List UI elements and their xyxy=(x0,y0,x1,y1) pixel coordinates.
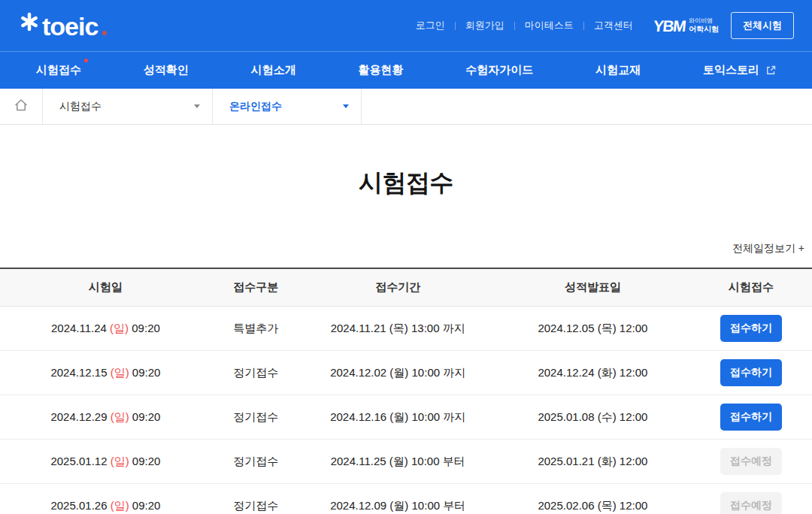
breadcrumb-select-level2[interactable]: 온라인접수 xyxy=(213,89,362,124)
table-row: 2024.12.15 (일) 09:20 정기접수 2024.12.02 (월)… xyxy=(0,351,812,395)
date-time: 09:20 xyxy=(129,322,160,334)
nav-label: 활용현황 xyxy=(358,63,403,77)
exam-date-cell: 2024.12.29 (일) 09:20 xyxy=(0,410,211,425)
nav-label: 시험소개 xyxy=(251,63,296,77)
header-utilities: 로그인 회원가입 마이테스트 고객센터 YBM 와이비엠 어학시험 전체시험 xyxy=(406,12,794,39)
register-scheduled-button: 접수예정 xyxy=(720,448,782,475)
customer-center-link[interactable]: 고객센터 xyxy=(584,19,643,32)
date-time: 09:20 xyxy=(129,366,161,379)
date-text: 2025.01.26 xyxy=(50,499,110,512)
action-cell: 접수예정 xyxy=(690,448,812,475)
top-header: toeic 로그인 회원가입 마이테스트 고객센터 YBM 와이비엠 어학시험 … xyxy=(0,0,812,51)
register-period-cell: 2024.11.25 (월) 10:00 부터 xyxy=(301,455,495,469)
breadcrumb-level1-label: 시험접수 xyxy=(59,100,102,113)
login-link[interactable]: 로그인 xyxy=(406,19,455,32)
register-period-cell: 2024.12.02 (월) 10:00 까지 xyxy=(301,366,495,380)
asterisk-icon xyxy=(20,12,39,35)
result-date-cell: 2024.12.05 (목) 12:00 xyxy=(495,322,690,336)
exam-date-cell: 2024.11.24 (일) 09:20 xyxy=(0,322,211,336)
date-text: 2024.12.29 xyxy=(50,410,110,423)
nav-item-usage-status[interactable]: 활용현황 xyxy=(358,63,403,77)
date-text: 2024.11.24 xyxy=(51,322,110,334)
logo-text: toeic xyxy=(42,14,98,39)
table-row: 2025.01.12 (일) 09:20 정기접수 2024.11.25 (월)… xyxy=(0,440,812,484)
exam-date-cell: 2025.01.12 (일) 09:20 xyxy=(0,455,211,469)
new-badge-dot xyxy=(84,59,88,62)
date-time: 09:20 xyxy=(129,410,161,423)
table-row: 2024.11.24 (일) 09:20 특별추가 2024.11.21 (목)… xyxy=(0,307,812,351)
nav-label: 시험교재 xyxy=(595,63,641,77)
register-type-cell: 정기접수 xyxy=(211,455,301,469)
nav-item-examinee-guide[interactable]: 수험자가이드 xyxy=(465,63,533,77)
home-button[interactable] xyxy=(0,89,43,124)
register-type-cell: 특별추가 xyxy=(211,322,301,336)
toeic-logo[interactable]: toeic xyxy=(20,12,107,39)
ybm-line2: 어학시험 xyxy=(689,25,719,35)
breadcrumb: 시험접수 온라인접수 xyxy=(0,89,812,125)
register-button[interactable]: 접수하기 xyxy=(720,359,782,386)
view-all-schedule-link[interactable]: 전체일정보기 + xyxy=(732,242,804,254)
nav-item-exam-books[interactable]: 시험교재 xyxy=(595,63,641,77)
exam-schedule-table: 시험일 접수구분 접수기간 성적발표일 시험접수 2024.11.24 (일) … xyxy=(0,268,812,514)
date-time: 09:20 xyxy=(129,455,161,467)
action-cell: 접수예정 xyxy=(690,492,812,514)
date-weekday: (일) xyxy=(111,455,129,467)
action-cell: 접수하기 xyxy=(690,404,812,431)
register-type-cell: 정기접수 xyxy=(211,410,301,425)
nav-label: 토익스토리 xyxy=(703,63,759,77)
home-icon xyxy=(14,98,29,116)
nav-item-toeic-story[interactable]: 토익스토리 xyxy=(703,63,776,77)
mytest-link[interactable]: 마이테스트 xyxy=(515,19,583,32)
nav-label: 수험자가이드 xyxy=(465,63,533,77)
register-period-cell: 2024.12.16 (월) 10:00 까지 xyxy=(301,410,495,425)
exam-date-cell: 2025.01.26 (일) 09:20 xyxy=(0,499,211,513)
breadcrumb-select-level1[interactable]: 시험접수 xyxy=(43,89,213,124)
register-button[interactable]: 접수하기 xyxy=(720,315,782,342)
register-period-cell: 2024.11.21 (목) 13:00 까지 xyxy=(301,322,495,336)
nav-label: 성적확인 xyxy=(144,63,189,77)
result-date-cell: 2025.01.21 (화) 12:00 xyxy=(495,455,690,469)
col-header-exam-date: 시험일 xyxy=(0,280,211,295)
result-date-cell: 2025.01.08 (수) 12:00 xyxy=(495,410,690,425)
table-header-row: 시험일 접수구분 접수기간 성적발표일 시험접수 xyxy=(0,269,812,307)
register-type-cell: 정기접수 xyxy=(211,499,301,513)
col-header-result-date: 성적발표일 xyxy=(495,280,690,295)
nav-label: 시험접수 xyxy=(36,63,81,77)
date-weekday: (일) xyxy=(111,366,129,379)
register-type-cell: 정기접수 xyxy=(211,366,301,380)
main-nav: 시험접수 성적확인 시험소개 활용현황 수험자가이드 시험교재 토익스토리 xyxy=(0,51,812,89)
utility-links: 로그인 회원가입 마이테스트 고객센터 xyxy=(406,19,643,32)
date-weekday: (일) xyxy=(110,322,129,334)
ybm-mark: YBM xyxy=(653,18,686,34)
ybm-logo-text: 와이비엠 어학시험 xyxy=(689,17,719,35)
date-text: 2025.01.12 xyxy=(50,455,110,467)
col-header-register-period: 접수기간 xyxy=(301,280,495,295)
ybm-line1: 와이비엠 xyxy=(689,17,719,25)
result-date-cell: 2024.12.24 (화) 12:00 xyxy=(495,366,690,380)
register-period-cell: 2024.12.09 (월) 10:00 부터 xyxy=(301,499,495,513)
chevron-down-icon xyxy=(194,104,200,108)
date-weekday: (일) xyxy=(111,410,129,423)
chevron-down-icon xyxy=(343,104,349,108)
schedule-link-row: 전체일정보기 + xyxy=(8,241,804,255)
exam-date-cell: 2024.12.15 (일) 09:20 xyxy=(0,366,211,380)
page-title: 시험접수 xyxy=(0,166,812,199)
table-row: 2024.12.29 (일) 09:20 정기접수 2024.12.16 (월)… xyxy=(0,395,812,440)
logo-dot xyxy=(102,31,107,35)
ybm-logo[interactable]: YBM 와이비엠 어학시험 xyxy=(653,17,719,35)
action-cell: 접수하기 xyxy=(690,315,812,342)
nav-item-score-check[interactable]: 성적확인 xyxy=(144,63,189,77)
breadcrumb-level2-label: 온라인접수 xyxy=(229,100,282,113)
all-tests-button[interactable]: 전체시험 xyxy=(731,12,794,39)
nav-item-exam-intro[interactable]: 시험소개 xyxy=(251,63,296,77)
nav-item-exam-register[interactable]: 시험접수 xyxy=(36,63,81,77)
table-row: 2025.01.26 (일) 09:20 정기접수 2024.12.09 (월)… xyxy=(0,484,812,514)
external-link-icon xyxy=(766,65,776,75)
register-scheduled-button: 접수예정 xyxy=(720,492,782,514)
date-weekday: (일) xyxy=(111,499,129,512)
date-text: 2024.12.15 xyxy=(50,366,110,379)
register-button[interactable]: 접수하기 xyxy=(720,404,782,431)
action-cell: 접수하기 xyxy=(690,359,812,386)
col-header-register-type: 접수구분 xyxy=(211,280,301,295)
signup-link[interactable]: 회원가입 xyxy=(456,19,514,32)
